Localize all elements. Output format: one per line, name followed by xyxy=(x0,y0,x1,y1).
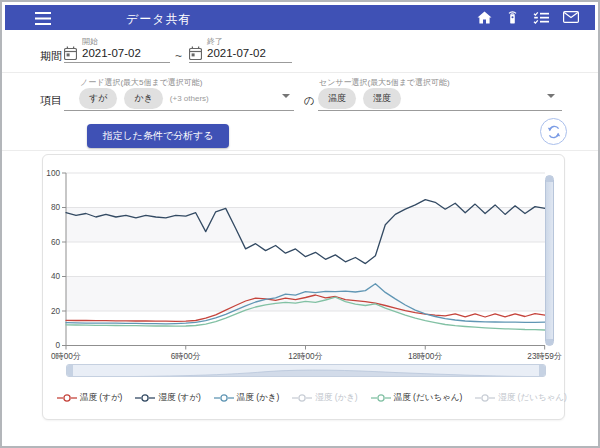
app-window: データ共有 xyxy=(0,0,600,448)
menu-icon[interactable] xyxy=(35,11,51,29)
y-tick-label: 40 xyxy=(51,272,61,281)
mail-icon[interactable] xyxy=(563,11,579,23)
analyze-button[interactable]: 指定した条件で分析する xyxy=(87,124,229,148)
y-tick-label: 80 xyxy=(51,203,61,212)
node-select-label: ノード選択(最大5個まで選択可能) xyxy=(80,77,203,88)
app-bar-actions xyxy=(477,10,579,24)
selection-chip[interactable]: 湿度 xyxy=(363,88,401,109)
sync-icon xyxy=(547,125,561,139)
chart-legend: 温度 (すが)湿度 (すが)温度 (かき)湿度 (かき)温度 (だいちゃん)湿度… xyxy=(57,392,567,404)
legend-label: 温度 (すが) xyxy=(80,392,122,404)
row-divider xyxy=(2,150,598,151)
legend-marker-icon xyxy=(57,393,77,403)
items-label: 項目 xyxy=(40,93,62,108)
app-title: データ共有 xyxy=(126,11,192,28)
y-tick-label: 20 xyxy=(51,307,61,316)
legend-item[interactable]: 温度 (だいちゃん) xyxy=(371,392,463,404)
end-date-underline xyxy=(189,62,292,63)
items-connector: の xyxy=(304,94,314,108)
period-label: 期間 xyxy=(40,49,62,64)
legend-label: 温度 (かき) xyxy=(237,392,279,404)
legend-label: 湿度 (かき) xyxy=(315,392,357,404)
refresh-button[interactable] xyxy=(540,118,567,145)
sensor-select-chips[interactable]: 温度湿度 xyxy=(318,88,401,109)
legend-label: 温度 (だいちゃん) xyxy=(394,392,463,404)
node-select-dropdown-arrow-icon[interactable] xyxy=(282,94,290,98)
remote-sensor-icon[interactable] xyxy=(506,10,519,24)
legend-marker-icon xyxy=(371,393,391,403)
scrollbar-cap[interactable] xyxy=(546,339,553,345)
y-tick-label: 100 xyxy=(46,169,60,178)
app-bar: データ共有 xyxy=(5,5,595,30)
sensor-select-label: センサー選択(最大5個まで選択可能) xyxy=(319,77,450,88)
legend-item[interactable]: 湿度 (だいちゃん) xyxy=(475,392,567,404)
node-select-underline xyxy=(64,110,294,111)
plot-band xyxy=(66,208,545,243)
plot-band xyxy=(66,277,545,312)
checklist-icon[interactable] xyxy=(533,11,549,24)
legend-marker-icon xyxy=(475,393,495,403)
node-select-chips[interactable]: すがかき (+3 others) xyxy=(79,88,209,109)
navigator-handle-left[interactable] xyxy=(67,365,73,376)
navigator-preview xyxy=(67,368,545,377)
navigator-handle-right[interactable] xyxy=(539,365,545,376)
end-date-label: 終了 xyxy=(207,36,223,47)
selection-chip[interactable]: 温度 xyxy=(318,88,356,109)
chart-range-navigator[interactable] xyxy=(66,364,546,377)
start-date-label: 開始 xyxy=(82,36,98,47)
x-tick-label: 18時00分 xyxy=(408,352,443,361)
sensor-select-dropdown-arrow-icon[interactable] xyxy=(547,94,555,98)
legend-marker-icon xyxy=(135,393,155,403)
line-chart: 0204060801000時00分6時00分12時00分18時00分23時59分 xyxy=(43,155,566,387)
legend-item[interactable]: 湿度 (すが) xyxy=(135,392,200,404)
node-select-overflow: (+3 others) xyxy=(170,94,209,103)
scrollbar-cap[interactable] xyxy=(546,176,553,182)
sensor-select-underline xyxy=(318,110,562,111)
x-tick-label: 12時00分 xyxy=(288,352,323,361)
legend-label: 湿度 (だいちゃん) xyxy=(498,392,567,404)
x-tick-label: 0時00分 xyxy=(51,352,81,361)
selection-chip[interactable]: すが xyxy=(79,88,117,109)
legend-item[interactable]: 温度 (かき) xyxy=(214,392,279,404)
period-separator: ~ xyxy=(175,49,182,63)
row-divider xyxy=(2,72,598,73)
selection-chip[interactable]: かき xyxy=(124,88,162,109)
start-date-underline xyxy=(64,62,170,63)
end-date-input[interactable]: 2021-07-02 xyxy=(207,47,266,59)
x-tick-label: 23時59分 xyxy=(527,352,562,361)
chart-card: 0204060801000時00分6時00分12時00分18時00分23時59分… xyxy=(42,154,565,420)
legend-item[interactable]: 湿度 (かき) xyxy=(292,392,357,404)
legend-item[interactable]: 温度 (すが) xyxy=(57,392,122,404)
legend-marker-icon xyxy=(214,393,234,403)
start-date-input[interactable]: 2021-07-02 xyxy=(82,47,141,59)
y-tick-label: 60 xyxy=(51,238,61,247)
x-tick-label: 6時00分 xyxy=(171,352,201,361)
legend-marker-icon xyxy=(292,393,312,403)
chart-vertical-scrollbar[interactable] xyxy=(545,175,554,346)
home-icon[interactable] xyxy=(477,11,492,24)
y-tick-label: 0 xyxy=(55,341,60,350)
legend-label: 湿度 (すが) xyxy=(158,392,200,404)
